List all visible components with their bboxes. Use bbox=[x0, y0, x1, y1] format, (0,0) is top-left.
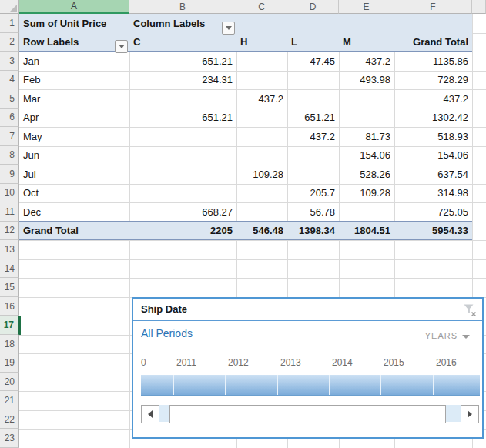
chevron-down-icon[interactable] bbox=[462, 335, 470, 339]
row-header-22[interactable]: 22 bbox=[0, 410, 19, 430]
pivot-value-cell[interactable]: 1302.42 bbox=[394, 109, 472, 128]
pivot-value-cell[interactable]: 651.21 bbox=[129, 109, 236, 128]
column-header-C[interactable]: C bbox=[236, 0, 287, 14]
timeline-level-dropdown[interactable]: YEARS bbox=[425, 331, 458, 340]
pivot-grandtotal-label[interactable]: Grand Total bbox=[19, 222, 129, 241]
pivot-value-cell[interactable]: 437.2 bbox=[394, 89, 472, 109]
row-header-16[interactable]: 16 bbox=[0, 297, 19, 316]
row-header-11[interactable]: 11 bbox=[0, 202, 19, 222]
pivot-value-cell[interactable]: 1135.86 bbox=[394, 52, 472, 71]
pivot-column-key-H[interactable]: H bbox=[236, 33, 287, 52]
row-header-1[interactable]: 1 bbox=[0, 14, 19, 33]
column-header-E[interactable]: E bbox=[339, 0, 394, 14]
row-header-12[interactable]: 12 bbox=[0, 222, 19, 241]
arrow-left-icon bbox=[148, 410, 153, 418]
timeline-selection-band[interactable] bbox=[141, 375, 480, 396]
pivot-row-label-May[interactable]: May bbox=[19, 127, 129, 146]
row-header-23[interactable]: 23 bbox=[0, 429, 19, 448]
pivot-row-label-Jun[interactable]: Jun bbox=[19, 146, 129, 165]
pivot-value-cell[interactable]: 314.98 bbox=[394, 184, 472, 203]
scrollbar-thumb[interactable] bbox=[169, 405, 446, 423]
pivot-row-labels-cell[interactable]: Row Labels bbox=[19, 33, 129, 52]
pivot-value-cell[interactable]: 651.21 bbox=[129, 52, 236, 71]
row-header-21[interactable]: 21 bbox=[0, 391, 19, 410]
pivot-grandtotal-value[interactable]: 1804.51 bbox=[339, 222, 394, 241]
pivot-column-key-L[interactable]: L bbox=[287, 33, 339, 52]
pivot-row-label-Oct[interactable]: Oct bbox=[19, 184, 129, 203]
timeline-segment-divider bbox=[329, 375, 330, 395]
row-header-17[interactable]: 17 bbox=[0, 316, 19, 335]
row-header-18[interactable]: 18 bbox=[0, 335, 19, 354]
timeline-tick-label: 2012 bbox=[228, 357, 249, 368]
row-header-14[interactable]: 14 bbox=[0, 259, 19, 279]
pivot-value-cell[interactable]: 725.05 bbox=[394, 202, 472, 222]
row-header-9[interactable]: 9 bbox=[0, 165, 19, 184]
row-header-2[interactable]: 2 bbox=[0, 33, 19, 52]
pivot-row-label-Jul[interactable]: Jul bbox=[19, 165, 129, 184]
pivot-value-cell[interactable]: 109.28 bbox=[339, 184, 394, 203]
scroll-left-button[interactable] bbox=[141, 405, 159, 423]
pivot-value-cell[interactable]: 109.28 bbox=[236, 165, 287, 184]
row-header-13[interactable]: 13 bbox=[0, 240, 19, 259]
pivot-row-label-Feb[interactable]: Feb bbox=[19, 71, 129, 90]
pivot-value-cell[interactable]: 47.45 bbox=[287, 52, 339, 71]
timeline-slicer[interactable]: Ship Date All Periods YEARS 020112012201… bbox=[132, 297, 484, 439]
pivot-value-cell[interactable]: 437.2 bbox=[236, 89, 287, 109]
column-header-partial[interactable] bbox=[472, 0, 486, 14]
pivot-column-key-M[interactable]: M bbox=[339, 33, 394, 52]
timeline-title: Ship Date bbox=[141, 303, 187, 315]
pivot-column-labels-cell[interactable]: Column Labels bbox=[129, 14, 236, 33]
timeline-selection-label[interactable]: All Periods bbox=[141, 327, 193, 339]
pivot-value-cell[interactable]: 518.93 bbox=[394, 127, 472, 146]
pivot-value-cell[interactable]: 493.98 bbox=[339, 71, 394, 90]
pivot-grandtotal-value[interactable]: 1398.34 bbox=[287, 222, 339, 241]
select-all-corner[interactable] bbox=[0, 0, 19, 14]
row-header-8[interactable]: 8 bbox=[0, 146, 19, 165]
pivot-grandtotal-value[interactable]: 546.48 bbox=[236, 222, 287, 241]
pivot-value-cell[interactable]: 437.2 bbox=[339, 52, 394, 71]
chevron-down-icon bbox=[226, 26, 232, 30]
scroll-right-button[interactable] bbox=[461, 405, 479, 423]
pivot-value-cell[interactable]: 154.06 bbox=[394, 146, 472, 165]
pivot-value-cell[interactable]: 651.21 bbox=[287, 109, 339, 128]
pivot-row-label-Apr[interactable]: Apr bbox=[19, 109, 129, 128]
column-header-F[interactable]: F bbox=[394, 0, 472, 14]
row-header-6[interactable]: 6 bbox=[0, 109, 19, 128]
row-header-15[interactable]: 15 bbox=[0, 278, 19, 297]
pivot-value-cell[interactable]: 668.27 bbox=[129, 202, 236, 222]
column-header-A[interactable]: A bbox=[19, 0, 129, 14]
pivot-row-label-Jan[interactable]: Jan bbox=[19, 52, 129, 71]
pivot-row-label-Mar[interactable]: Mar bbox=[19, 89, 129, 109]
column-header-D[interactable]: D bbox=[287, 0, 339, 14]
pivot-value-cell[interactable]: 728.29 bbox=[394, 71, 472, 90]
row-header-4[interactable]: 4 bbox=[0, 71, 19, 90]
pivot-value-cell[interactable]: 528.26 bbox=[339, 165, 394, 184]
pivot-title-cell[interactable]: Sum of Unit Price bbox=[19, 14, 129, 33]
column-labels-filter-button[interactable] bbox=[222, 22, 235, 35]
pivot-value-cell[interactable]: 637.54 bbox=[394, 165, 472, 184]
pivot-grandtotal-value[interactable]: 2205 bbox=[129, 222, 236, 241]
pivot-row-label-Dec[interactable]: Dec bbox=[19, 202, 129, 222]
pivot-value-cell[interactable]: 205.7 bbox=[287, 184, 339, 203]
active-cell-indicator bbox=[19, 316, 21, 335]
row-labels-filter-button[interactable] bbox=[115, 40, 128, 53]
pivot-value-cell[interactable]: 154.06 bbox=[339, 146, 394, 165]
timeline-tick-label: 2011 bbox=[176, 357, 196, 368]
row-header-3[interactable]: 3 bbox=[0, 52, 19, 71]
pivot-grandtotal-value[interactable]: 5954.33 bbox=[394, 222, 472, 241]
pivot-value-cell[interactable]: 437.2 bbox=[287, 127, 339, 146]
row-header-7[interactable]: 7 bbox=[0, 127, 19, 146]
pivot-grandtotal-header[interactable]: Grand Total bbox=[394, 33, 472, 52]
row-header-5[interactable]: 5 bbox=[0, 89, 19, 109]
timeline-separator bbox=[133, 320, 482, 321]
row-header-20[interactable]: 20 bbox=[0, 373, 19, 392]
pivot-column-key-C[interactable]: C bbox=[129, 33, 236, 52]
row-header-19[interactable]: 19 bbox=[0, 353, 19, 373]
funnel-x-icon[interactable] bbox=[462, 303, 478, 318]
pivot-value-cell[interactable]: 234.31 bbox=[129, 71, 236, 90]
pivot-value-cell[interactable]: 56.78 bbox=[287, 202, 339, 222]
pivot-value-cell[interactable]: 81.73 bbox=[339, 127, 394, 146]
row-header-10[interactable]: 10 bbox=[0, 184, 19, 203]
timeline-scrollbar[interactable] bbox=[141, 405, 479, 422]
column-header-B[interactable]: B bbox=[129, 0, 236, 14]
